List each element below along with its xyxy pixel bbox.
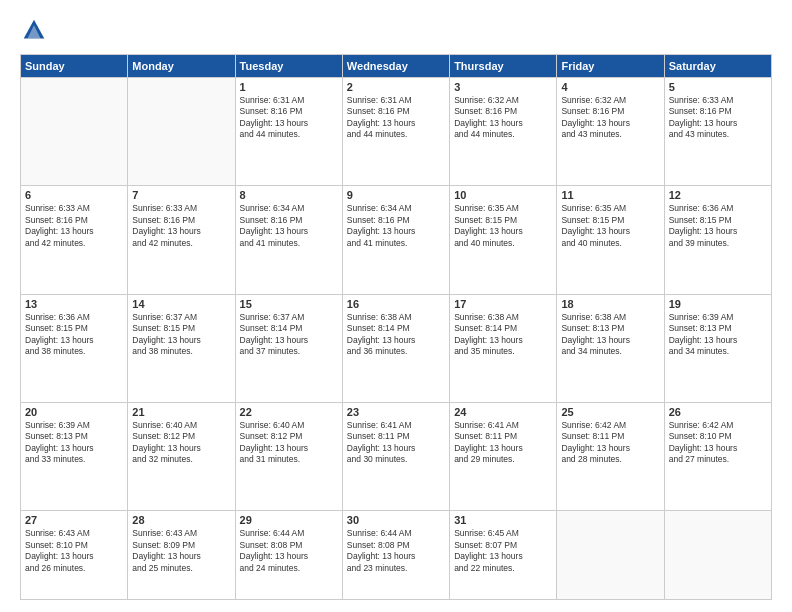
day-number: 11 (561, 189, 659, 201)
day-number: 22 (240, 406, 338, 418)
calendar-cell: 26Sunrise: 6:42 AM Sunset: 8:10 PM Dayli… (664, 402, 771, 510)
cell-info: Sunrise: 6:45 AM Sunset: 8:07 PM Dayligh… (454, 528, 552, 574)
day-number: 10 (454, 189, 552, 201)
day-number: 3 (454, 81, 552, 93)
cell-info: Sunrise: 6:33 AM Sunset: 8:16 PM Dayligh… (25, 203, 123, 249)
cell-info: Sunrise: 6:36 AM Sunset: 8:15 PM Dayligh… (25, 312, 123, 358)
calendar-cell: 2Sunrise: 6:31 AM Sunset: 8:16 PM Daylig… (342, 78, 449, 186)
logo (20, 16, 52, 44)
calendar-cell: 30Sunrise: 6:44 AM Sunset: 8:08 PM Dayli… (342, 511, 449, 600)
cell-info: Sunrise: 6:37 AM Sunset: 8:14 PM Dayligh… (240, 312, 338, 358)
calendar-cell: 4Sunrise: 6:32 AM Sunset: 8:16 PM Daylig… (557, 78, 664, 186)
calendar-cell: 15Sunrise: 6:37 AM Sunset: 8:14 PM Dayli… (235, 294, 342, 402)
day-number: 7 (132, 189, 230, 201)
weekday-header-friday: Friday (557, 55, 664, 78)
day-number: 21 (132, 406, 230, 418)
calendar-cell: 22Sunrise: 6:40 AM Sunset: 8:12 PM Dayli… (235, 402, 342, 510)
calendar-cell: 6Sunrise: 6:33 AM Sunset: 8:16 PM Daylig… (21, 186, 128, 294)
cell-info: Sunrise: 6:35 AM Sunset: 8:15 PM Dayligh… (561, 203, 659, 249)
weekday-header-thursday: Thursday (450, 55, 557, 78)
week-row-1: 1Sunrise: 6:31 AM Sunset: 8:16 PM Daylig… (21, 78, 772, 186)
day-number: 2 (347, 81, 445, 93)
day-number: 9 (347, 189, 445, 201)
cell-info: Sunrise: 6:31 AM Sunset: 8:16 PM Dayligh… (240, 95, 338, 141)
cell-info: Sunrise: 6:44 AM Sunset: 8:08 PM Dayligh… (240, 528, 338, 574)
cell-info: Sunrise: 6:39 AM Sunset: 8:13 PM Dayligh… (669, 312, 767, 358)
calendar-cell: 12Sunrise: 6:36 AM Sunset: 8:15 PM Dayli… (664, 186, 771, 294)
calendar-cell: 19Sunrise: 6:39 AM Sunset: 8:13 PM Dayli… (664, 294, 771, 402)
calendar-cell: 16Sunrise: 6:38 AM Sunset: 8:14 PM Dayli… (342, 294, 449, 402)
calendar-cell: 18Sunrise: 6:38 AM Sunset: 8:13 PM Dayli… (557, 294, 664, 402)
cell-info: Sunrise: 6:42 AM Sunset: 8:11 PM Dayligh… (561, 420, 659, 466)
day-number: 5 (669, 81, 767, 93)
cell-info: Sunrise: 6:40 AM Sunset: 8:12 PM Dayligh… (132, 420, 230, 466)
day-number: 26 (669, 406, 767, 418)
calendar-cell: 9Sunrise: 6:34 AM Sunset: 8:16 PM Daylig… (342, 186, 449, 294)
calendar-cell: 27Sunrise: 6:43 AM Sunset: 8:10 PM Dayli… (21, 511, 128, 600)
calendar-cell: 5Sunrise: 6:33 AM Sunset: 8:16 PM Daylig… (664, 78, 771, 186)
day-number: 25 (561, 406, 659, 418)
calendar-cell: 20Sunrise: 6:39 AM Sunset: 8:13 PM Dayli… (21, 402, 128, 510)
calendar-cell: 10Sunrise: 6:35 AM Sunset: 8:15 PM Dayli… (450, 186, 557, 294)
cell-info: Sunrise: 6:38 AM Sunset: 8:13 PM Dayligh… (561, 312, 659, 358)
calendar-cell: 14Sunrise: 6:37 AM Sunset: 8:15 PM Dayli… (128, 294, 235, 402)
day-number: 18 (561, 298, 659, 310)
cell-info: Sunrise: 6:35 AM Sunset: 8:15 PM Dayligh… (454, 203, 552, 249)
calendar-cell: 13Sunrise: 6:36 AM Sunset: 8:15 PM Dayli… (21, 294, 128, 402)
logo-icon (20, 16, 48, 44)
calendar-table: SundayMondayTuesdayWednesdayThursdayFrid… (20, 54, 772, 600)
cell-info: Sunrise: 6:38 AM Sunset: 8:14 PM Dayligh… (454, 312, 552, 358)
cell-info: Sunrise: 6:33 AM Sunset: 8:16 PM Dayligh… (669, 95, 767, 141)
calendar-cell (664, 511, 771, 600)
week-row-4: 20Sunrise: 6:39 AM Sunset: 8:13 PM Dayli… (21, 402, 772, 510)
cell-info: Sunrise: 6:32 AM Sunset: 8:16 PM Dayligh… (561, 95, 659, 141)
cell-info: Sunrise: 6:41 AM Sunset: 8:11 PM Dayligh… (454, 420, 552, 466)
calendar-cell (128, 78, 235, 186)
cell-info: Sunrise: 6:43 AM Sunset: 8:09 PM Dayligh… (132, 528, 230, 574)
day-number: 20 (25, 406, 123, 418)
week-row-2: 6Sunrise: 6:33 AM Sunset: 8:16 PM Daylig… (21, 186, 772, 294)
cell-info: Sunrise: 6:41 AM Sunset: 8:11 PM Dayligh… (347, 420, 445, 466)
calendar-cell: 3Sunrise: 6:32 AM Sunset: 8:16 PM Daylig… (450, 78, 557, 186)
calendar-cell: 29Sunrise: 6:44 AM Sunset: 8:08 PM Dayli… (235, 511, 342, 600)
calendar-cell: 24Sunrise: 6:41 AM Sunset: 8:11 PM Dayli… (450, 402, 557, 510)
calendar-cell: 7Sunrise: 6:33 AM Sunset: 8:16 PM Daylig… (128, 186, 235, 294)
cell-info: Sunrise: 6:44 AM Sunset: 8:08 PM Dayligh… (347, 528, 445, 574)
cell-info: Sunrise: 6:31 AM Sunset: 8:16 PM Dayligh… (347, 95, 445, 141)
weekday-header-sunday: Sunday (21, 55, 128, 78)
calendar-cell: 11Sunrise: 6:35 AM Sunset: 8:15 PM Dayli… (557, 186, 664, 294)
calendar-cell: 23Sunrise: 6:41 AM Sunset: 8:11 PM Dayli… (342, 402, 449, 510)
day-number: 24 (454, 406, 552, 418)
cell-info: Sunrise: 6:38 AM Sunset: 8:14 PM Dayligh… (347, 312, 445, 358)
cell-info: Sunrise: 6:32 AM Sunset: 8:16 PM Dayligh… (454, 95, 552, 141)
day-number: 4 (561, 81, 659, 93)
day-number: 28 (132, 514, 230, 526)
calendar-cell (557, 511, 664, 600)
day-number: 14 (132, 298, 230, 310)
day-number: 19 (669, 298, 767, 310)
day-number: 15 (240, 298, 338, 310)
calendar-cell: 21Sunrise: 6:40 AM Sunset: 8:12 PM Dayli… (128, 402, 235, 510)
header (20, 16, 772, 44)
day-number: 12 (669, 189, 767, 201)
calendar-cell: 25Sunrise: 6:42 AM Sunset: 8:11 PM Dayli… (557, 402, 664, 510)
day-number: 13 (25, 298, 123, 310)
day-number: 1 (240, 81, 338, 93)
cell-info: Sunrise: 6:39 AM Sunset: 8:13 PM Dayligh… (25, 420, 123, 466)
cell-info: Sunrise: 6:42 AM Sunset: 8:10 PM Dayligh… (669, 420, 767, 466)
week-row-5: 27Sunrise: 6:43 AM Sunset: 8:10 PM Dayli… (21, 511, 772, 600)
weekday-header-tuesday: Tuesday (235, 55, 342, 78)
day-number: 17 (454, 298, 552, 310)
calendar-cell: 28Sunrise: 6:43 AM Sunset: 8:09 PM Dayli… (128, 511, 235, 600)
day-number: 16 (347, 298, 445, 310)
cell-info: Sunrise: 6:36 AM Sunset: 8:15 PM Dayligh… (669, 203, 767, 249)
calendar-cell: 31Sunrise: 6:45 AM Sunset: 8:07 PM Dayli… (450, 511, 557, 600)
calendar-cell: 17Sunrise: 6:38 AM Sunset: 8:14 PM Dayli… (450, 294, 557, 402)
cell-info: Sunrise: 6:37 AM Sunset: 8:15 PM Dayligh… (132, 312, 230, 358)
calendar-cell (21, 78, 128, 186)
weekday-header-monday: Monday (128, 55, 235, 78)
page: SundayMondayTuesdayWednesdayThursdayFrid… (0, 0, 792, 612)
week-row-3: 13Sunrise: 6:36 AM Sunset: 8:15 PM Dayli… (21, 294, 772, 402)
day-number: 31 (454, 514, 552, 526)
day-number: 29 (240, 514, 338, 526)
